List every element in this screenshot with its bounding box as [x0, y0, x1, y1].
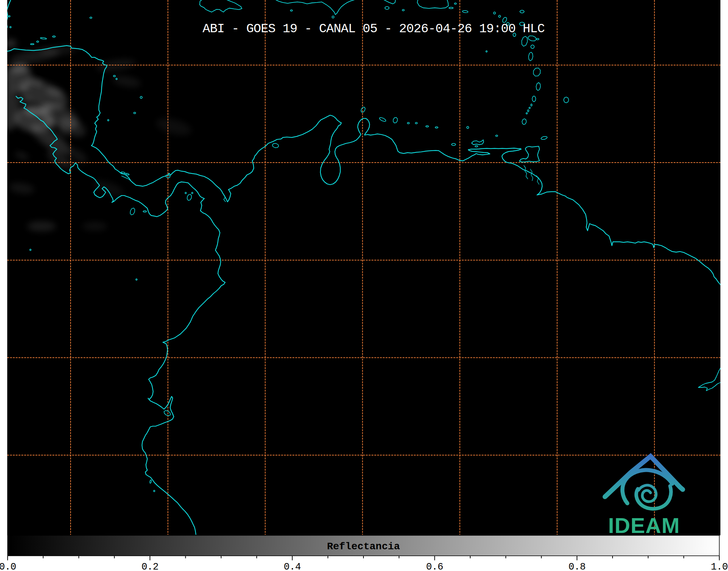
svg-text:0.6: 0.6: [426, 562, 443, 571]
svg-text:0.4: 0.4: [284, 562, 301, 571]
svg-text:0.8: 0.8: [568, 562, 585, 571]
svg-text:ABI - GOES 19 - CANAL 05 - 202: ABI - GOES 19 - CANAL 05 - 2026-04-26 19…: [203, 22, 545, 36]
svg-text:Reflectancia: Reflectancia: [327, 541, 400, 552]
svg-text:IDEAM: IDEAM: [608, 513, 680, 538]
svg-text:1.0: 1.0: [711, 562, 728, 571]
svg-text:0.2: 0.2: [142, 562, 159, 571]
svg-text:0.0: 0.0: [0, 562, 16, 571]
